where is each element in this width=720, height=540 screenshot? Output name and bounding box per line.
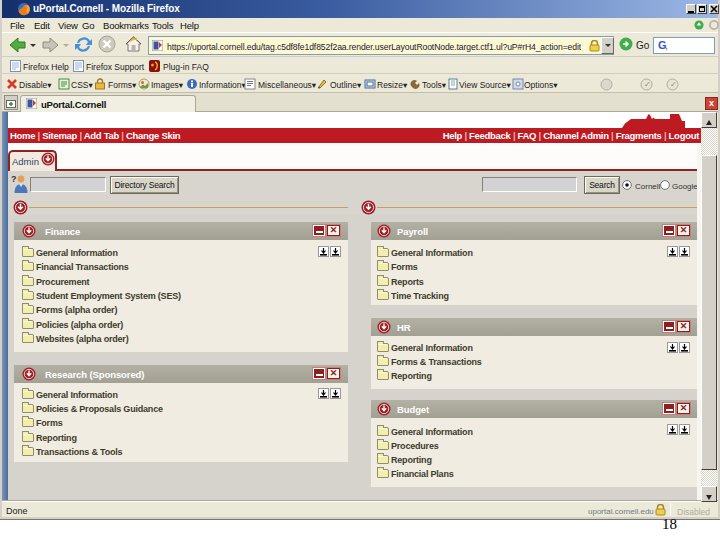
svg-text:✓: ✓	[644, 80, 651, 89]
svg-text:✓: ✓	[670, 80, 677, 89]
svg-text:?: ?	[11, 174, 17, 184]
